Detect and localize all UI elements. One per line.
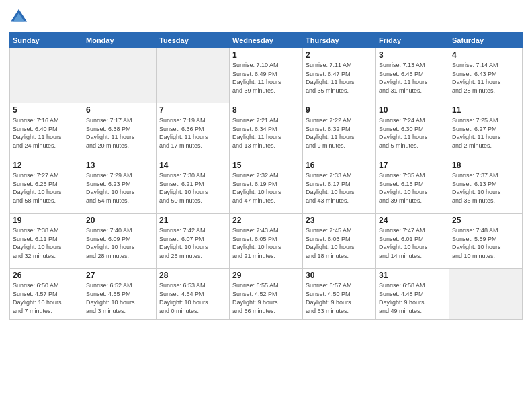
- calendar-week-row: 12Sunrise: 7:27 AM Sunset: 6:25 PM Dayli…: [10, 158, 523, 214]
- day-info: Sunrise: 7:45 AM Sunset: 6:03 PM Dayligh…: [306, 226, 373, 260]
- calendar-cell: [157, 48, 230, 103]
- day-number: 18: [452, 161, 519, 170]
- calendar-cell: 10Sunrise: 7:24 AM Sunset: 6:30 PM Dayli…: [376, 103, 449, 158]
- day-info: Sunrise: 7:13 AM Sunset: 6:45 PM Dayligh…: [379, 61, 446, 95]
- day-info: Sunrise: 7:43 AM Sunset: 6:05 PM Dayligh…: [232, 226, 300, 260]
- day-number: 17: [379, 161, 446, 170]
- calendar-cell: 29Sunrise: 6:55 AM Sunset: 4:52 PM Dayli…: [230, 269, 303, 320]
- day-number: 5: [13, 105, 80, 115]
- day-info: Sunrise: 7:19 AM Sunset: 6:36 PM Dayligh…: [159, 116, 226, 150]
- weekday-header-wednesday: Wednesday: [230, 33, 303, 48]
- day-info: Sunrise: 6:58 AM Sunset: 4:48 PM Dayligh…: [379, 281, 446, 315]
- calendar-cell: 2Sunrise: 7:11 AM Sunset: 6:47 PM Daylig…: [303, 48, 376, 103]
- day-number: 7: [159, 105, 226, 115]
- weekday-header-sunday: Sunday: [10, 33, 83, 48]
- weekday-header-tuesday: Tuesday: [157, 33, 230, 48]
- day-number: 3: [379, 50, 446, 60]
- day-info: Sunrise: 7:29 AM Sunset: 6:23 PM Dayligh…: [86, 171, 153, 205]
- day-number: 28: [159, 271, 226, 280]
- day-number: 14: [159, 161, 226, 170]
- calendar-cell: 6Sunrise: 7:17 AM Sunset: 6:38 PM Daylig…: [83, 103, 157, 158]
- day-info: Sunrise: 7:35 AM Sunset: 6:15 PM Dayligh…: [379, 171, 446, 205]
- calendar-cell: [83, 48, 157, 103]
- day-info: Sunrise: 7:32 AM Sunset: 6:19 PM Dayligh…: [232, 171, 300, 205]
- calendar-cell: 22Sunrise: 7:43 AM Sunset: 6:05 PM Dayli…: [230, 214, 303, 269]
- calendar-cell: 27Sunrise: 6:52 AM Sunset: 4:55 PM Dayli…: [83, 269, 157, 320]
- calendar-cell: 25Sunrise: 7:48 AM Sunset: 5:59 PM Dayli…: [449, 214, 523, 269]
- day-number: 11: [452, 105, 519, 115]
- day-info: Sunrise: 7:17 AM Sunset: 6:38 PM Dayligh…: [86, 116, 153, 150]
- day-info: Sunrise: 7:48 AM Sunset: 5:59 PM Dayligh…: [452, 226, 519, 260]
- calendar-cell: 8Sunrise: 7:21 AM Sunset: 6:34 PM Daylig…: [230, 103, 303, 158]
- day-number: 19: [13, 216, 80, 225]
- day-number: 22: [232, 216, 300, 225]
- day-info: Sunrise: 7:16 AM Sunset: 6:40 PM Dayligh…: [13, 116, 80, 150]
- calendar-cell: 19Sunrise: 7:38 AM Sunset: 6:11 PM Dayli…: [10, 214, 83, 269]
- calendar-week-row: 1Sunrise: 7:10 AM Sunset: 6:49 PM Daylig…: [10, 48, 523, 103]
- day-info: Sunrise: 7:14 AM Sunset: 6:43 PM Dayligh…: [452, 61, 519, 95]
- weekday-header-saturday: Saturday: [449, 33, 523, 48]
- day-number: 27: [86, 271, 153, 280]
- calendar-cell: 26Sunrise: 6:50 AM Sunset: 4:57 PM Dayli…: [10, 269, 83, 320]
- day-info: Sunrise: 6:55 AM Sunset: 4:52 PM Dayligh…: [232, 281, 300, 315]
- calendar-cell: 18Sunrise: 7:37 AM Sunset: 6:13 PM Dayli…: [449, 158, 523, 214]
- calendar-cell: 5Sunrise: 7:16 AM Sunset: 6:40 PM Daylig…: [10, 103, 83, 158]
- calendar-cell: 21Sunrise: 7:42 AM Sunset: 6:07 PM Dayli…: [157, 214, 230, 269]
- weekday-header-friday: Friday: [376, 33, 449, 48]
- calendar-cell: 15Sunrise: 7:32 AM Sunset: 6:19 PM Dayli…: [230, 158, 303, 214]
- day-info: Sunrise: 7:38 AM Sunset: 6:11 PM Dayligh…: [13, 226, 80, 260]
- calendar-cell: 7Sunrise: 7:19 AM Sunset: 6:36 PM Daylig…: [157, 103, 230, 158]
- calendar-cell: 30Sunrise: 6:57 AM Sunset: 4:50 PM Dayli…: [303, 269, 376, 320]
- day-number: 30: [306, 271, 373, 280]
- day-info: Sunrise: 7:22 AM Sunset: 6:32 PM Dayligh…: [306, 116, 373, 150]
- calendar-cell: 9Sunrise: 7:22 AM Sunset: 6:32 PM Daylig…: [303, 103, 376, 158]
- calendar-cell: [10, 48, 83, 103]
- calendar-cell: 31Sunrise: 6:58 AM Sunset: 4:48 PM Dayli…: [376, 269, 449, 320]
- calendar-cell: 28Sunrise: 6:53 AM Sunset: 4:54 PM Dayli…: [157, 269, 230, 320]
- day-info: Sunrise: 7:21 AM Sunset: 6:34 PM Dayligh…: [232, 116, 300, 150]
- logo-icon: [9, 8, 28, 27]
- day-info: Sunrise: 7:30 AM Sunset: 6:21 PM Dayligh…: [159, 171, 226, 205]
- calendar-cell: 24Sunrise: 7:47 AM Sunset: 6:01 PM Dayli…: [376, 214, 449, 269]
- calendar-cell: 16Sunrise: 7:33 AM Sunset: 6:17 PM Dayli…: [303, 158, 376, 214]
- day-info: Sunrise: 7:27 AM Sunset: 6:25 PM Dayligh…: [13, 171, 80, 205]
- day-info: Sunrise: 6:53 AM Sunset: 4:54 PM Dayligh…: [159, 281, 226, 315]
- calendar-cell: 12Sunrise: 7:27 AM Sunset: 6:25 PM Dayli…: [10, 158, 83, 214]
- calendar-cell: 13Sunrise: 7:29 AM Sunset: 6:23 PM Dayli…: [83, 158, 157, 214]
- day-info: Sunrise: 6:50 AM Sunset: 4:57 PM Dayligh…: [13, 281, 80, 315]
- day-number: 31: [379, 271, 446, 280]
- day-info: Sunrise: 6:52 AM Sunset: 4:55 PM Dayligh…: [86, 281, 153, 315]
- weekday-header-monday: Monday: [83, 33, 157, 48]
- logo: [9, 8, 31, 27]
- calendar-week-row: 19Sunrise: 7:38 AM Sunset: 6:11 PM Dayli…: [10, 214, 523, 269]
- day-info: Sunrise: 7:37 AM Sunset: 6:13 PM Dayligh…: [452, 171, 519, 205]
- calendar-cell: 23Sunrise: 7:45 AM Sunset: 6:03 PM Dayli…: [303, 214, 376, 269]
- calendar-cell: 4Sunrise: 7:14 AM Sunset: 6:43 PM Daylig…: [449, 48, 523, 103]
- day-number: 16: [306, 161, 373, 170]
- day-number: 2: [306, 50, 373, 60]
- calendar-table: SundayMondayTuesdayWednesdayThursdayFrid…: [9, 32, 523, 320]
- calendar-cell: [449, 269, 523, 320]
- calendar-cell: 1Sunrise: 7:10 AM Sunset: 6:49 PM Daylig…: [230, 48, 303, 103]
- day-number: 24: [379, 216, 446, 225]
- day-number: 15: [232, 161, 300, 170]
- day-number: 26: [13, 271, 80, 280]
- calendar-cell: 14Sunrise: 7:30 AM Sunset: 6:21 PM Dayli…: [157, 158, 230, 214]
- day-number: 20: [86, 216, 153, 225]
- day-number: 6: [86, 105, 153, 115]
- day-info: Sunrise: 7:25 AM Sunset: 6:27 PM Dayligh…: [452, 116, 519, 150]
- calendar-cell: 3Sunrise: 7:13 AM Sunset: 6:45 PM Daylig…: [376, 48, 449, 103]
- calendar-cell: 11Sunrise: 7:25 AM Sunset: 6:27 PM Dayli…: [449, 103, 523, 158]
- weekday-header-thursday: Thursday: [303, 33, 376, 48]
- day-number: 4: [452, 50, 519, 60]
- day-number: 21: [159, 216, 226, 225]
- calendar-week-row: 26Sunrise: 6:50 AM Sunset: 4:57 PM Dayli…: [10, 269, 523, 320]
- day-number: 29: [232, 271, 300, 280]
- day-info: Sunrise: 7:33 AM Sunset: 6:17 PM Dayligh…: [306, 171, 373, 205]
- calendar-week-row: 5Sunrise: 7:16 AM Sunset: 6:40 PM Daylig…: [10, 103, 523, 158]
- page: SundayMondayTuesdayWednesdayThursdayFrid…: [0, 0, 532, 411]
- day-number: 23: [306, 216, 373, 225]
- header: [9, 8, 523, 27]
- day-number: 8: [232, 105, 300, 115]
- day-info: Sunrise: 7:47 AM Sunset: 6:01 PM Dayligh…: [379, 226, 446, 260]
